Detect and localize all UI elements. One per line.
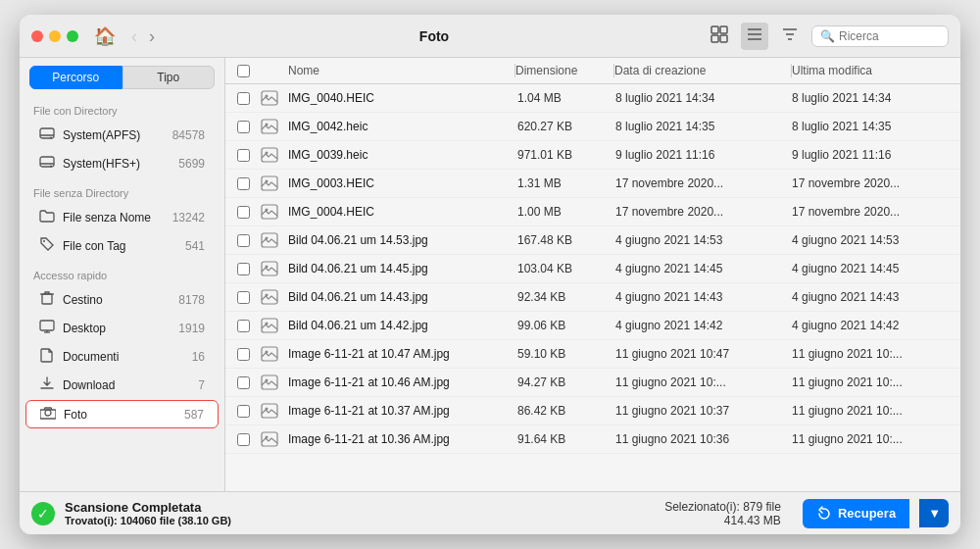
svg-point-34 bbox=[266, 237, 269, 240]
file-type-icon bbox=[261, 345, 284, 363]
file-size: 59.10 KB bbox=[517, 347, 615, 361]
row-check[interactable] bbox=[237, 405, 261, 418]
sidebar-item-label: System(APFS) bbox=[63, 128, 165, 142]
tab-tipo[interactable]: Tipo bbox=[122, 66, 216, 89]
sidebar-item-system-hfs[interactable]: System(HFS+) 5699 bbox=[25, 150, 219, 176]
file-size: 86.42 KB bbox=[517, 404, 615, 418]
sidebar-item-system-apfs[interactable]: System(APFS) 84578 bbox=[25, 122, 219, 148]
status-right: Selezionato(i): 879 file 414.43 MB bbox=[664, 500, 781, 527]
file-created: 11 giugno 2021 10:47 bbox=[615, 347, 792, 361]
row-check[interactable] bbox=[237, 149, 261, 162]
row-checkbox[interactable] bbox=[237, 405, 250, 418]
search-input[interactable] bbox=[839, 29, 940, 43]
recover-button[interactable]: Recupera bbox=[803, 499, 909, 528]
table-row[interactable]: IMG_0042.heic 620.27 KB 8 luglio 2021 14… bbox=[225, 113, 960, 141]
status-title: Scansione Completata bbox=[65, 500, 655, 515]
table-row[interactable]: IMG_0039.heic 971.01 KB 9 luglio 2021 11… bbox=[225, 141, 960, 170]
file-created: 4 giugno 2021 14:42 bbox=[615, 319, 792, 332]
status-check-icon: ✓ bbox=[31, 502, 55, 525]
row-check[interactable] bbox=[237, 177, 261, 190]
file-list-header: Nome Dimensione Data di creazione Ultima… bbox=[225, 58, 960, 84]
row-check[interactable] bbox=[237, 92, 261, 105]
file-created: 11 giugno 2021 10:37 bbox=[615, 404, 792, 418]
sidebar-item-foto[interactable]: Foto 587 bbox=[25, 400, 219, 428]
home-button[interactable]: 🏠 bbox=[94, 25, 116, 47]
row-checkbox[interactable] bbox=[237, 433, 250, 446]
row-checkbox[interactable] bbox=[237, 149, 250, 162]
file-name: Bild 04.06.21 um 14.45.jpg bbox=[284, 262, 517, 275]
status-sub: Trovato(i): 104060 file (38.10 GB) bbox=[65, 515, 655, 526]
file-modified: 4 giugno 2021 14:43 bbox=[792, 290, 949, 304]
sidebar-item-count: 7 bbox=[198, 378, 205, 392]
sidebar-item-label: Cestino bbox=[63, 293, 171, 307]
row-check[interactable] bbox=[237, 433, 261, 446]
close-button[interactable] bbox=[31, 30, 43, 42]
main-layout: Percorso Tipo File con Directory System(… bbox=[20, 58, 960, 491]
row-checkbox[interactable] bbox=[237, 92, 250, 105]
minimize-button[interactable] bbox=[49, 30, 61, 42]
filter-button[interactable] bbox=[776, 23, 804, 50]
svg-rect-17 bbox=[42, 294, 52, 304]
sidebar-item-cestino[interactable]: Cestino 8178 bbox=[25, 286, 219, 313]
row-check[interactable] bbox=[237, 206, 261, 219]
row-check[interactable] bbox=[237, 320, 261, 332]
table-row[interactable]: Bild 04.06.21 um 14.53.jpg 167.48 KB 4 g… bbox=[225, 226, 960, 255]
row-checkbox[interactable] bbox=[237, 376, 250, 389]
list-view-button[interactable] bbox=[741, 23, 768, 50]
row-checkbox[interactable] bbox=[237, 234, 250, 247]
table-row[interactable]: Bild 04.06.21 um 14.42.jpg 99.06 KB 4 gi… bbox=[225, 312, 960, 340]
sidebar-item-documenti[interactable]: Documenti 16 bbox=[25, 343, 219, 370]
select-all-checkbox[interactable] bbox=[237, 65, 250, 77]
table-row[interactable]: Image 6-11-21 at 10.47 AM.jpg 59.10 KB 1… bbox=[225, 340, 960, 369]
selected-label: Selezionato(i): 879 file bbox=[664, 500, 781, 514]
table-row[interactable]: Bild 04.06.21 um 14.43.jpg 92.34 KB 4 gi… bbox=[225, 283, 960, 312]
tab-percorso[interactable]: Percorso bbox=[29, 66, 122, 89]
svg-point-38 bbox=[266, 294, 269, 297]
file-modified: 4 giugno 2021 14:42 bbox=[792, 319, 949, 332]
table-row[interactable]: Image 6-11-21 at 10.37 AM.jpg 86.42 KB 1… bbox=[225, 397, 960, 425]
row-check[interactable] bbox=[237, 121, 261, 133]
row-checkbox[interactable] bbox=[237, 177, 250, 190]
svg-point-32 bbox=[266, 209, 269, 212]
row-checkbox[interactable] bbox=[237, 121, 250, 133]
row-checkbox[interactable] bbox=[237, 291, 250, 304]
svg-rect-10 bbox=[40, 128, 54, 138]
file-modified: 17 novembre 2020... bbox=[792, 176, 949, 190]
file-created: 4 giugno 2021 14:53 bbox=[615, 233, 792, 247]
search-box[interactable]: 🔍 bbox=[811, 25, 949, 47]
select-all-check[interactable] bbox=[237, 65, 261, 77]
sidebar-item-download[interactable]: Download 7 bbox=[25, 372, 219, 398]
file-modified: 4 giugno 2021 14:45 bbox=[792, 262, 949, 275]
row-check[interactable] bbox=[237, 234, 261, 247]
row-check[interactable] bbox=[237, 263, 261, 275]
back-button[interactable]: ‹ bbox=[127, 25, 141, 47]
table-row[interactable]: Bild 04.06.21 um 14.45.jpg 103.04 KB 4 g… bbox=[225, 255, 960, 283]
row-checkbox[interactable] bbox=[237, 348, 250, 361]
file-type-icon bbox=[261, 89, 284, 107]
row-check[interactable] bbox=[237, 348, 261, 361]
file-created: 4 giugno 2021 14:43 bbox=[615, 290, 792, 304]
svg-rect-1 bbox=[720, 26, 727, 33]
maximize-button[interactable] bbox=[67, 30, 78, 42]
recover-dropdown-button[interactable]: ▼ bbox=[919, 499, 949, 527]
sidebar-item-label: Documenti bbox=[63, 350, 184, 364]
sidebar-item-file-con-tag[interactable]: File con Tag 541 bbox=[25, 232, 219, 259]
grid-view-button[interactable] bbox=[706, 23, 733, 50]
trash-icon bbox=[39, 290, 55, 309]
sidebar-item-file-senza-nome[interactable]: File senza Nome 13242 bbox=[25, 204, 219, 230]
table-row[interactable]: IMG_0003.HEIC 1.31 MB 17 novembre 2020..… bbox=[225, 170, 960, 198]
row-checkbox[interactable] bbox=[237, 320, 250, 332]
row-checkbox[interactable] bbox=[237, 263, 250, 275]
table-row[interactable]: Image 6-11-21 at 10.36 AM.jpg 91.64 KB 1… bbox=[225, 425, 960, 454]
row-check[interactable] bbox=[237, 376, 261, 389]
table-row[interactable]: Image 6-11-21 at 10.46 AM.jpg 94.27 KB 1… bbox=[225, 369, 960, 397]
file-type-icon bbox=[261, 402, 284, 420]
file-name: Bild 04.06.21 um 14.53.jpg bbox=[284, 233, 517, 247]
forward-button[interactable]: › bbox=[145, 25, 159, 47]
sidebar-item-desktop[interactable]: Desktop 1919 bbox=[25, 315, 219, 341]
table-row[interactable]: IMG_0004.HEIC 1.00 MB 17 novembre 2020..… bbox=[225, 198, 960, 226]
row-checkbox[interactable] bbox=[237, 206, 250, 219]
table-row[interactable]: IMG_0040.HEIC 1.04 MB 8 luglio 2021 14:3… bbox=[225, 84, 960, 113]
row-check[interactable] bbox=[237, 291, 261, 304]
file-modified: 11 giugno 2021 10:... bbox=[792, 432, 949, 446]
